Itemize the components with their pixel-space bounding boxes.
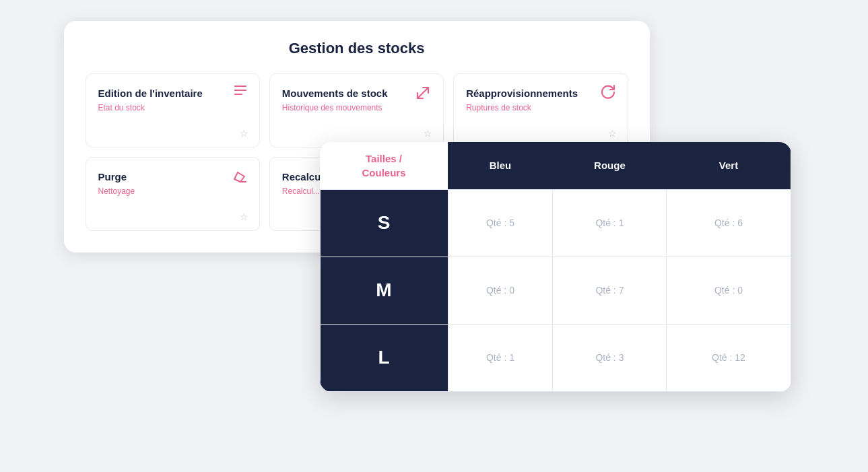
qty-l-vert: Qté : 12 bbox=[667, 324, 791, 391]
menu-item-mouvements[interactable]: Mouvements de stock Historique des mouve… bbox=[269, 73, 444, 147]
column-vert: Vert bbox=[667, 142, 791, 190]
column-rouge: Rouge bbox=[553, 142, 667, 190]
column-bleu: Bleu bbox=[448, 142, 553, 190]
menu-item-title: Edition de l'inventaire bbox=[98, 88, 247, 99]
eraser-icon bbox=[231, 167, 248, 188]
qty-s-bleu: Qté : 5 bbox=[448, 189, 553, 257]
qty-l-rouge: Qté : 3 bbox=[553, 324, 667, 391]
menu-item-subtitle: Ruptures de stock bbox=[466, 103, 615, 112]
star-icon: ☆ bbox=[608, 128, 617, 139]
qty-s-rouge: Qté : 1 bbox=[553, 189, 667, 257]
table-row: S Qté : 5 Qté : 1 Qté : 6 bbox=[320, 189, 791, 257]
menu-item-edition[interactable]: Edition de l'inventaire Etat du stock ☆ bbox=[86, 73, 260, 147]
qty-m-bleu: Qté : 0 bbox=[448, 257, 553, 324]
menu-item-reapprovisionnements[interactable]: Réapprovisionnements Ruptures de stock ☆ bbox=[453, 73, 628, 147]
qty-m-rouge: Qté : 7 bbox=[553, 257, 667, 324]
menu-item-title: Réapprovisionnements bbox=[466, 88, 615, 99]
size-cell-s: S bbox=[320, 189, 448, 257]
page-title: Gestion des stocks bbox=[86, 40, 628, 57]
star-icon: ☆ bbox=[240, 128, 248, 139]
menu-item-subtitle: Historique des mouvements bbox=[282, 103, 431, 112]
stock-card: Tailles / Couleurs Bleu Rouge Vert S Qté… bbox=[320, 142, 791, 392]
qty-s-vert: Qté : 6 bbox=[667, 189, 791, 257]
arrows-icon bbox=[413, 83, 432, 106]
qty-l-bleu: Qté : 1 bbox=[448, 324, 553, 391]
menu-item-subtitle: Etat du stock bbox=[98, 103, 247, 112]
qty-m-vert: Qté : 0 bbox=[667, 257, 791, 324]
list-icon bbox=[232, 83, 248, 100]
size-cell-l: L bbox=[320, 324, 448, 391]
table-row: M Qté : 0 Qté : 7 Qté : 0 bbox=[320, 257, 791, 324]
menu-item-title: Mouvements de stock bbox=[282, 88, 431, 99]
size-cell-m: M bbox=[320, 257, 448, 324]
refresh-icon bbox=[599, 83, 617, 104]
table-row: L Qté : 1 Qté : 3 Qté : 12 bbox=[320, 324, 791, 391]
table-header-label: Tailles / Couleurs bbox=[320, 142, 448, 190]
svg-line-3 bbox=[418, 88, 428, 98]
menu-item-subtitle: Nettoyage bbox=[98, 187, 247, 196]
scene: Gestion des stocks Edition de l'inventai… bbox=[64, 21, 805, 452]
menu-item-title: Purge bbox=[98, 171, 247, 182]
stock-table: Tailles / Couleurs Bleu Rouge Vert S Qté… bbox=[320, 142, 791, 392]
star-icon: ☆ bbox=[240, 211, 248, 222]
star-icon: ☆ bbox=[424, 128, 432, 139]
menu-item-purge[interactable]: Purge Nettoyage ☆ bbox=[86, 157, 260, 231]
